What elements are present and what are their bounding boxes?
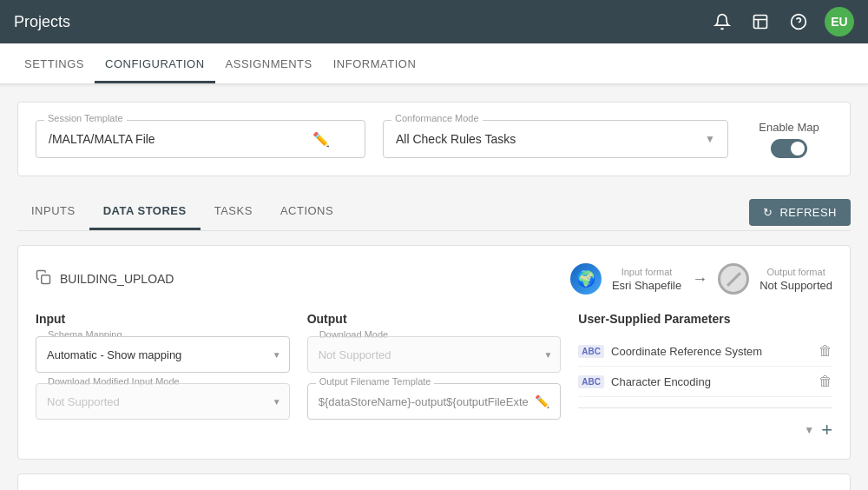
conformance-mode-label: Conformance Mode [391, 113, 483, 123]
datastore-card-building-upload: BUILDING_UPLOAD 🌍 Input format Esri Shap… [17, 245, 851, 460]
tab-settings[interactable]: SETTINGS [14, 43, 95, 83]
params-section-title-1: User-Supplied Parameters [578, 312, 832, 326]
conformance-dropdown-arrow: ▼ [705, 133, 715, 145]
params-divider-1 [578, 407, 832, 408]
main-tab-bar: SETTINGS CONFIGURATION ASSIGNMENTS INFOR… [0, 43, 868, 84]
tab-data-stores[interactable]: DATA STORES [89, 194, 201, 230]
datastore-name-1: BUILDING_UPLOAD [36, 269, 174, 289]
output-format-label-1: Output format [766, 267, 825, 277]
output-format-value-1: Not Supported [760, 279, 832, 292]
edit-icon[interactable]: ✏️ [312, 131, 330, 148]
download-modified-field: Download Modified Input Mode Not Support… [36, 383, 290, 420]
navbar-icons: EU [710, 7, 854, 36]
main-content: Session Template /MALTA/MALTA File ✏️ Co… [0, 84, 868, 490]
conformance-mode-field: Conformance Mode All Check Rules Tasks ▼ [383, 120, 728, 158]
refresh-button[interactable]: ↻ REFRESH [749, 199, 851, 226]
output-col-1: Output Download Mode Not Supported Outpu… [307, 312, 562, 441]
navbar: Projects EU [0, 0, 868, 43]
refresh-label: REFRESH [779, 206, 837, 219]
session-template-field: Session Template /MALTA/MALTA File ✏️ [36, 120, 365, 158]
input-format-block-1: Input format Esri Shapefile [612, 267, 681, 292]
conformance-mode-select[interactable]: All Check Rules Tasks ▼ [383, 120, 728, 158]
schema-mapping-wrapper: Automatic - Show mapping [36, 336, 290, 373]
input-section-title-1: Input [36, 312, 290, 326]
datastore-header-1: BUILDING_UPLOAD 🌍 Input format Esri Shap… [36, 263, 832, 295]
param-label-crs: Coordinate Reference System [611, 345, 762, 358]
svg-rect-0 [754, 16, 767, 29]
user-avatar[interactable]: EU [825, 7, 854, 36]
add-param-button[interactable]: + [821, 419, 832, 441]
schema-mapping-select[interactable]: Automatic - Show mapping [36, 336, 290, 373]
inner-tab-bar: INPUTS DATA STORES TASKS ACTIONS ↻ REFRE… [17, 194, 851, 231]
output-no-entry-icon-1 [718, 263, 749, 295]
enable-map-toggle[interactable] [771, 139, 807, 158]
abc-icon-encoding: ABC [578, 375, 604, 388]
app-title: Projects [14, 13, 710, 31]
chart-icon[interactable] [748, 10, 773, 34]
download-mode-select[interactable]: Not Supported [307, 336, 562, 373]
schema-mapping-field: Schema Mapping Automatic - Show mapping [36, 336, 290, 373]
param-item-crs: ABC Coordinate Reference System 🗑 [578, 336, 832, 367]
output-section-title-1: Output [307, 312, 562, 326]
download-modified-select[interactable]: Not Supported [36, 383, 290, 420]
refresh-icon: ↻ [763, 206, 773, 219]
arrow-icon-1: → [692, 270, 707, 288]
datastore-card-malta-file: MALTA File 🌍 Input format Esri Shapefile… [17, 473, 851, 490]
input-col-1: Input Schema Mapping Automatic - Show ma… [36, 312, 290, 441]
datastore-name-text-1: BUILDING_UPLOAD [60, 272, 174, 286]
inner-tabs: INPUTS DATA STORES TASKS ACTIONS [17, 194, 347, 230]
input-format-label-1: Input format [621, 267, 673, 277]
tab-tasks[interactable]: TASKS [201, 194, 266, 230]
params-dropdown-arrow[interactable]: ▼ [804, 424, 814, 436]
input-format-value-1: Esri Shapefile [612, 279, 681, 292]
filename-edit-icon[interactable]: ✏️ [535, 394, 549, 408]
output-format-block-1: Output format Not Supported [760, 267, 832, 292]
config-top-card: Session Template /MALTA/MALTA File ✏️ Co… [17, 102, 851, 176]
svg-rect-3 [42, 275, 50, 283]
tab-configuration[interactable]: CONFIGURATION [95, 43, 215, 83]
param-label-encoding: Character Encoding [611, 375, 711, 388]
session-template-label: Session Template [44, 113, 127, 123]
delete-crs-icon[interactable]: 🗑 [819, 343, 832, 359]
session-template-value: /MALTA/MALTA File [49, 132, 155, 146]
add-row-1: ▼ + [578, 419, 832, 441]
bell-icon[interactable] [710, 10, 734, 34]
format-info-1: 🌍 Input format Esri Shapefile → Output f… [570, 263, 832, 295]
output-filename-label: Output Filename Template [316, 376, 435, 387]
tab-actions[interactable]: ACTIONS [266, 194, 347, 230]
delete-encoding-icon[interactable]: 🗑 [819, 374, 832, 389]
params-list-1: ABC Coordinate Reference System 🗑 ABC Ch… [578, 336, 832, 397]
params-col-1: User-Supplied Parameters ABC Coordinate … [578, 312, 832, 441]
output-filename-input-wrapper: ✏️ [307, 383, 562, 420]
abc-icon-crs: ABC [578, 345, 604, 358]
param-item-encoding: ABC Character Encoding 🗑 [578, 367, 832, 397]
output-filename-input[interactable] [319, 395, 536, 408]
download-mode-wrapper: Not Supported [307, 336, 562, 373]
copy-icon-1 [36, 269, 51, 289]
param-name-crs: ABC Coordinate Reference System [578, 345, 762, 358]
tab-inputs[interactable]: INPUTS [17, 194, 89, 230]
input-globe-icon-1: 🌍 [570, 263, 602, 295]
conformance-mode-value: All Check Rules Tasks [396, 132, 516, 146]
datastore-body-1: Input Schema Mapping Automatic - Show ma… [36, 312, 832, 441]
enable-map-label: Enable Map [759, 121, 819, 134]
enable-map-section: Enable Map [746, 121, 832, 158]
output-filename-field: Output Filename Template ✏️ [307, 383, 562, 420]
help-icon[interactable] [786, 10, 811, 34]
tab-assignments[interactable]: ASSIGNMENTS [215, 43, 323, 83]
param-name-encoding: ABC Character Encoding [578, 375, 711, 388]
download-modified-wrapper: Not Supported [36, 383, 290, 420]
download-mode-field: Download Mode Not Supported [307, 336, 562, 373]
session-template-input[interactable]: /MALTA/MALTA File ✏️ [36, 120, 365, 158]
tab-information[interactable]: INFORMATION [323, 43, 427, 83]
